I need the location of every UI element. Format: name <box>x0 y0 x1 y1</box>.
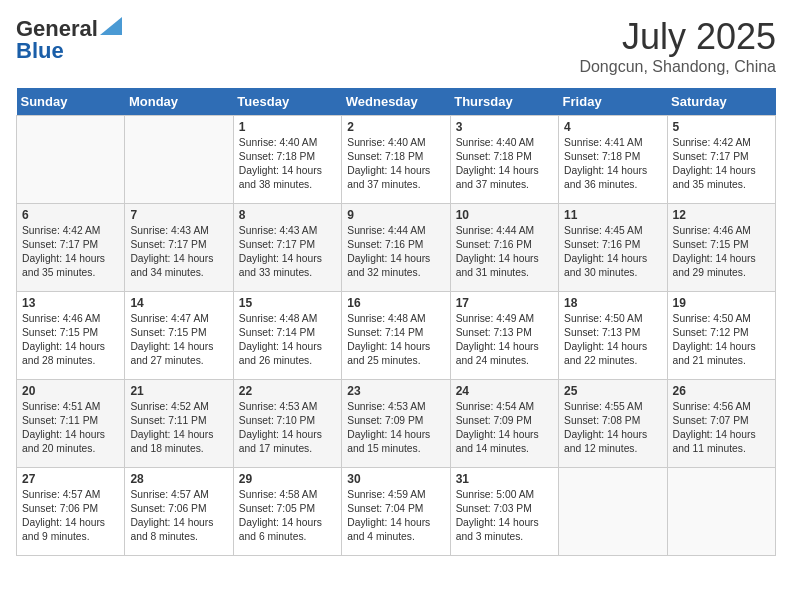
calendar-cell-day-18: 18Sunrise: 4:50 AMSunset: 7:13 PMDayligh… <box>559 292 667 380</box>
calendar-week-1: 1Sunrise: 4:40 AMSunset: 7:18 PMDaylight… <box>17 116 776 204</box>
day-number: 1 <box>239 120 336 134</box>
cell-line: Sunset: 7:18 PM <box>564 151 640 162</box>
month-title: July 2025 <box>579 16 776 58</box>
calendar-week-3: 13Sunrise: 4:46 AMSunset: 7:15 PMDayligh… <box>17 292 776 380</box>
cell-line: Sunset: 7:16 PM <box>347 239 423 250</box>
cell-line: Sunrise: 4:42 AM <box>673 137 751 148</box>
calendar-cell-day-22: 22Sunrise: 4:53 AMSunset: 7:10 PMDayligh… <box>233 380 341 468</box>
cell-content: Sunrise: 4:52 AMSunset: 7:11 PMDaylight:… <box>130 400 227 456</box>
cell-content: Sunrise: 4:56 AMSunset: 7:07 PMDaylight:… <box>673 400 770 456</box>
calendar-cell-day-19: 19Sunrise: 4:50 AMSunset: 7:12 PMDayligh… <box>667 292 775 380</box>
day-number: 3 <box>456 120 553 134</box>
cell-content: Sunrise: 4:48 AMSunset: 7:14 PMDaylight:… <box>347 312 444 368</box>
day-number: 21 <box>130 384 227 398</box>
cell-line: and 34 minutes. <box>130 267 203 278</box>
day-number: 18 <box>564 296 661 310</box>
day-number: 6 <box>22 208 119 222</box>
cell-line: Daylight: 14 hours <box>456 253 539 264</box>
cell-line: Daylight: 14 hours <box>673 429 756 440</box>
day-number: 30 <box>347 472 444 486</box>
cell-line: Sunrise: 4:59 AM <box>347 489 425 500</box>
day-number: 15 <box>239 296 336 310</box>
cell-line: Daylight: 14 hours <box>564 341 647 352</box>
cell-line: Daylight: 14 hours <box>347 517 430 528</box>
cell-line: Sunset: 7:11 PM <box>130 415 206 426</box>
cell-content: Sunrise: 4:55 AMSunset: 7:08 PMDaylight:… <box>564 400 661 456</box>
day-number: 24 <box>456 384 553 398</box>
cell-line: Sunset: 7:03 PM <box>456 503 532 514</box>
cell-line: Sunset: 7:15 PM <box>673 239 749 250</box>
cell-line: and 4 minutes. <box>347 531 415 542</box>
cell-line: and 38 minutes. <box>239 179 312 190</box>
calendar-cell-day-30: 30Sunrise: 4:59 AMSunset: 7:04 PMDayligh… <box>342 468 450 556</box>
cell-line: and 26 minutes. <box>239 355 312 366</box>
cell-content: Sunrise: 4:40 AMSunset: 7:18 PMDaylight:… <box>456 136 553 192</box>
cell-line: Sunset: 7:08 PM <box>564 415 640 426</box>
cell-content: Sunrise: 4:43 AMSunset: 7:17 PMDaylight:… <box>239 224 336 280</box>
cell-line: Daylight: 14 hours <box>347 341 430 352</box>
cell-content: Sunrise: 4:50 AMSunset: 7:13 PMDaylight:… <box>564 312 661 368</box>
cell-line: Sunset: 7:17 PM <box>130 239 206 250</box>
cell-line: Sunrise: 4:57 AM <box>22 489 100 500</box>
calendar-cell-day-27: 27Sunrise: 4:57 AMSunset: 7:06 PMDayligh… <box>17 468 125 556</box>
calendar-cell-day-4: 4Sunrise: 4:41 AMSunset: 7:18 PMDaylight… <box>559 116 667 204</box>
cell-content: Sunrise: 4:42 AMSunset: 7:17 PMDaylight:… <box>22 224 119 280</box>
header-friday: Friday <box>559 88 667 116</box>
cell-line: Sunset: 7:14 PM <box>347 327 423 338</box>
cell-content: Sunrise: 4:43 AMSunset: 7:17 PMDaylight:… <box>130 224 227 280</box>
day-number: 31 <box>456 472 553 486</box>
day-number: 20 <box>22 384 119 398</box>
cell-line: and 36 minutes. <box>564 179 637 190</box>
day-number: 11 <box>564 208 661 222</box>
cell-line: Sunrise: 4:47 AM <box>130 313 208 324</box>
cell-line: and 37 minutes. <box>456 179 529 190</box>
cell-line: and 22 minutes. <box>564 355 637 366</box>
cell-line: Daylight: 14 hours <box>347 165 430 176</box>
cell-line: Sunset: 7:10 PM <box>239 415 315 426</box>
calendar-cell-empty <box>559 468 667 556</box>
cell-line: Sunrise: 4:53 AM <box>239 401 317 412</box>
calendar-cell-day-26: 26Sunrise: 4:56 AMSunset: 7:07 PMDayligh… <box>667 380 775 468</box>
cell-line: Sunrise: 5:00 AM <box>456 489 534 500</box>
cell-line: Sunrise: 4:55 AM <box>564 401 642 412</box>
day-number: 29 <box>239 472 336 486</box>
day-number: 19 <box>673 296 770 310</box>
page-header: General Blue July 2025 Dongcun, Shandong… <box>16 16 776 76</box>
cell-line: Sunrise: 4:50 AM <box>673 313 751 324</box>
calendar-table: SundayMondayTuesdayWednesdayThursdayFrid… <box>16 88 776 556</box>
cell-line: Sunset: 7:11 PM <box>22 415 98 426</box>
calendar-cell-day-24: 24Sunrise: 4:54 AMSunset: 7:09 PMDayligh… <box>450 380 558 468</box>
cell-line: Daylight: 14 hours <box>456 429 539 440</box>
cell-line: Sunrise: 4:44 AM <box>456 225 534 236</box>
cell-content: Sunrise: 4:46 AMSunset: 7:15 PMDaylight:… <box>673 224 770 280</box>
cell-line: and 30 minutes. <box>564 267 637 278</box>
cell-content: Sunrise: 4:53 AMSunset: 7:10 PMDaylight:… <box>239 400 336 456</box>
cell-line: and 32 minutes. <box>347 267 420 278</box>
cell-line: Sunrise: 4:44 AM <box>347 225 425 236</box>
cell-line: Daylight: 14 hours <box>22 429 105 440</box>
cell-content: Sunrise: 4:47 AMSunset: 7:15 PMDaylight:… <box>130 312 227 368</box>
calendar-cell-day-31: 31Sunrise: 5:00 AMSunset: 7:03 PMDayligh… <box>450 468 558 556</box>
cell-line: Sunset: 7:17 PM <box>239 239 315 250</box>
calendar-week-5: 27Sunrise: 4:57 AMSunset: 7:06 PMDayligh… <box>17 468 776 556</box>
calendar-header-row: SundayMondayTuesdayWednesdayThursdayFrid… <box>17 88 776 116</box>
calendar-week-4: 20Sunrise: 4:51 AMSunset: 7:11 PMDayligh… <box>17 380 776 468</box>
calendar-cell-day-20: 20Sunrise: 4:51 AMSunset: 7:11 PMDayligh… <box>17 380 125 468</box>
cell-line: and 25 minutes. <box>347 355 420 366</box>
cell-line: Daylight: 14 hours <box>239 429 322 440</box>
header-monday: Monday <box>125 88 233 116</box>
cell-content: Sunrise: 4:40 AMSunset: 7:18 PMDaylight:… <box>347 136 444 192</box>
cell-line: Sunrise: 4:41 AM <box>564 137 642 148</box>
calendar-cell-day-14: 14Sunrise: 4:47 AMSunset: 7:15 PMDayligh… <box>125 292 233 380</box>
cell-content: Sunrise: 4:51 AMSunset: 7:11 PMDaylight:… <box>22 400 119 456</box>
day-number: 10 <box>456 208 553 222</box>
cell-line: and 9 minutes. <box>22 531 90 542</box>
cell-line: Sunset: 7:12 PM <box>673 327 749 338</box>
cell-content: Sunrise: 4:50 AMSunset: 7:12 PMDaylight:… <box>673 312 770 368</box>
cell-line: Sunrise: 4:49 AM <box>456 313 534 324</box>
cell-line: Sunset: 7:16 PM <box>456 239 532 250</box>
cell-line: Daylight: 14 hours <box>130 517 213 528</box>
day-number: 2 <box>347 120 444 134</box>
day-number: 7 <box>130 208 227 222</box>
calendar-cell-day-8: 8Sunrise: 4:43 AMSunset: 7:17 PMDaylight… <box>233 204 341 292</box>
